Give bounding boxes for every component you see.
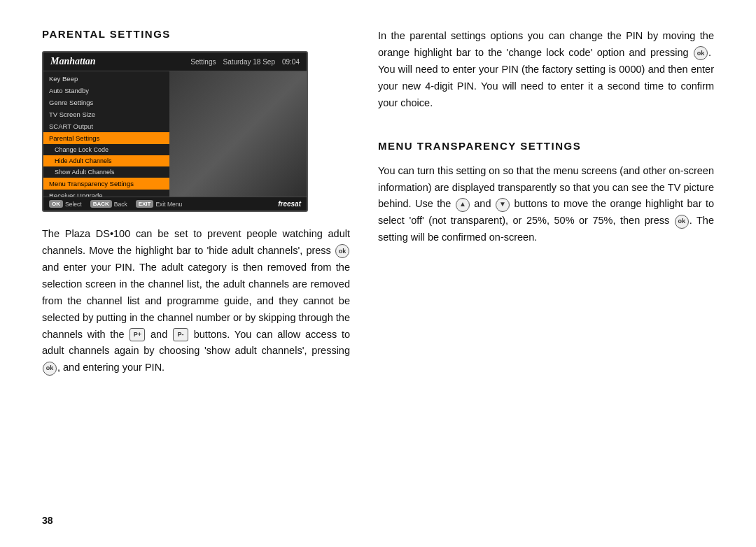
up-arrow-btn: ▲ bbox=[456, 198, 470, 212]
tv-footer-exit: EXIT Exit Menu bbox=[136, 200, 183, 208]
tv-menu: Key Beep Auto Standby Genre Settings TV … bbox=[43, 71, 169, 208]
right-column: In the parental settings options you can… bbox=[378, 28, 714, 519]
tv-settings-label: Settings bbox=[190, 58, 216, 66]
tv-logo: Manhattan bbox=[50, 56, 96, 67]
tv-footer: OK Select BACK Back EXIT Exit Menu frees… bbox=[43, 197, 307, 211]
freesat-logo: freesat bbox=[278, 200, 301, 208]
page-number: 38 bbox=[42, 515, 53, 526]
ok-inline-right-1: ok bbox=[694, 46, 708, 60]
page: PARENTAL SETTINGS Manhattan Settings Sat… bbox=[0, 0, 756, 547]
menu-transparency-section: MENU TRANSPARENCY SETTINGS You can turn … bbox=[378, 140, 714, 247]
ok-inline-right-2: ok bbox=[675, 215, 689, 229]
right-body-text: You can turn this setting on so that the… bbox=[378, 163, 714, 247]
menu-item-show-adult: Show Adult Channels bbox=[43, 166, 169, 178]
menu-item-auto-standby: Auto Standby bbox=[43, 85, 169, 97]
menu-item-genre-settings: Genre Settings bbox=[43, 97, 169, 108]
tv-time: 09:04 bbox=[282, 58, 300, 66]
tv-screen: Manhattan Settings Saturday 18 Sep 09:04… bbox=[42, 51, 308, 212]
right-top-text: In the parental settings options you can… bbox=[378, 28, 714, 112]
p-minus-btn: P- bbox=[173, 328, 188, 341]
menu-item-scart: SCART Output bbox=[43, 120, 169, 132]
p-plus-btn: P+ bbox=[130, 328, 145, 341]
menu-item-key-beep: Key Beep bbox=[43, 73, 169, 85]
menu-item-transparency: Menu Transparency Settings bbox=[43, 178, 169, 190]
ok-btn-footer: OK bbox=[49, 200, 63, 208]
tv-date: Saturday 18 Sep bbox=[223, 58, 275, 66]
menu-item-tv-screen: TV Screen Size bbox=[43, 108, 169, 120]
menu-item-change-lock: Change Lock Code bbox=[43, 144, 169, 155]
ok-inline-1: ok bbox=[335, 244, 349, 258]
back-btn-footer: BACK bbox=[90, 200, 112, 208]
parental-settings-title: PARENTAL SETTINGS bbox=[42, 28, 350, 40]
ok-inline-2: ok bbox=[43, 362, 57, 376]
menu-transparency-title: MENU TRANSPARENCY SETTINGS bbox=[378, 140, 714, 152]
tv-header: Manhattan Settings Saturday 18 Sep 09:04 bbox=[43, 52, 307, 71]
left-column: PARENTAL SETTINGS Manhattan Settings Sat… bbox=[42, 28, 350, 519]
exit-label: Exit Menu bbox=[155, 201, 182, 208]
select-label: Select bbox=[65, 201, 82, 208]
menu-item-hide-adult: Hide Adult Channels bbox=[43, 155, 169, 166]
down-arrow-btn: ▼ bbox=[496, 198, 510, 212]
tv-image-area bbox=[169, 71, 307, 208]
tv-footer-back: BACK Back bbox=[90, 200, 127, 208]
exit-btn-footer: EXIT bbox=[136, 200, 154, 208]
tv-footer-select: OK Select bbox=[49, 200, 82, 208]
tv-header-info: Settings Saturday 18 Sep 09:04 bbox=[190, 58, 300, 66]
back-label: Back bbox=[114, 201, 127, 208]
left-body-text: The Plaza DS•100 can be set to prevent p… bbox=[42, 226, 350, 376]
tv-content: Key Beep Auto Standby Genre Settings TV … bbox=[43, 71, 307, 208]
menu-item-parental: Parental Settings bbox=[43, 132, 169, 144]
